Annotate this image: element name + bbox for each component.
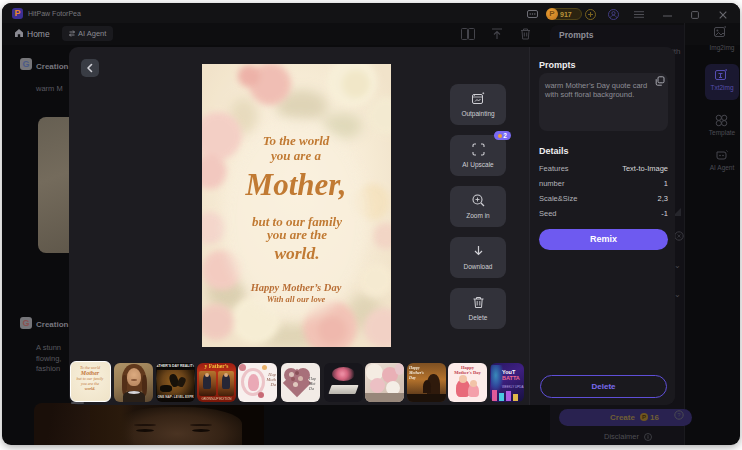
- svg-text:To the world: To the world: [263, 133, 330, 148]
- svg-text:?: ?: [677, 412, 681, 418]
- svg-text:you are a: you are a: [269, 148, 321, 163]
- svg-text:With all our love: With all our love: [267, 294, 326, 304]
- svg-text:you are the: you are the: [265, 227, 327, 242]
- svg-text:world.: world.: [274, 243, 319, 263]
- svg-text:Mother,: Mother,: [245, 167, 347, 202]
- svg-text:Happy Mother’s Day: Happy Mother’s Day: [250, 282, 342, 293]
